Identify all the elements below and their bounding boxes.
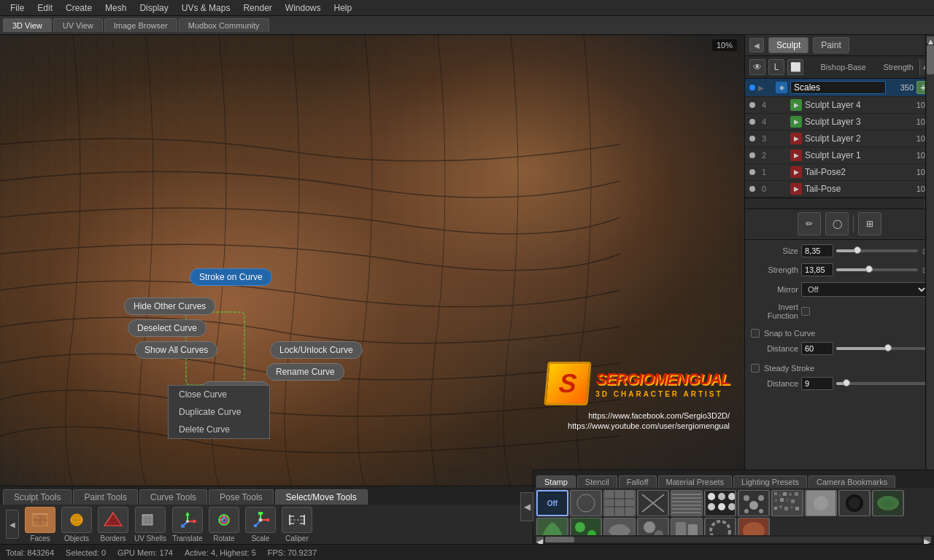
scrollbar-up-arrow[interactable]: ▲: [927, 36, 934, 44]
stamp-scroll-thumb[interactable]: [545, 537, 574, 542]
menu-edit[interactable]: Edit: [31, 1, 58, 15]
stamp-thumb-5[interactable]: [704, 490, 736, 516]
stamp-tab-stencil[interactable]: Stencil: [577, 475, 617, 488]
show-all-curves-btn[interactable]: Show All Curves: [135, 341, 217, 359]
strength-slider[interactable]: [836, 268, 918, 271]
stamp-thumb-9[interactable]: [838, 490, 871, 516]
deselect-curve-btn[interactable]: Deselect Curve: [128, 319, 207, 337]
sculpt-btn[interactable]: Sculpt: [768, 37, 808, 53]
menu-display[interactable]: Display: [134, 1, 174, 15]
layer-row-5[interactable]: 0 ▶ Tail-Pose 100: [745, 181, 934, 198]
stamp-tab-material-presets[interactable]: Material Presets: [658, 475, 732, 488]
stamp-scroll-arrow[interactable]: ◀: [520, 492, 533, 521]
stroke-on-curve-btn[interactable]: Stroke on Curve: [190, 268, 272, 286]
steady-checkbox[interactable]: [751, 364, 760, 373]
tab-select-move-tools[interactable]: Select/Move Tools: [275, 489, 368, 505]
svg-point-72: [759, 509, 763, 513]
layer-row-3[interactable]: 2 ▶ Sculpt Layer 1 100: [745, 147, 934, 164]
menu-help[interactable]: Help: [328, 1, 358, 15]
menu-file[interactable]: File: [4, 1, 30, 15]
snap-distance-label: Distance: [751, 344, 798, 353]
menu-render[interactable]: Render: [237, 1, 277, 15]
stamp-scroll-right[interactable]: ▶: [924, 537, 931, 542]
steady-distance-slider[interactable]: [836, 382, 928, 385]
duplicate-curve-item[interactable]: Duplicate Curve: [169, 403, 269, 421]
tool-borders-wrap[interactable]: Borders: [98, 507, 128, 542]
size-slider[interactable]: [836, 249, 918, 252]
layer-visibility-btn[interactable]: 👁: [749, 59, 765, 75]
stamp-thumb-2[interactable]: [603, 490, 636, 516]
mirror-dropdown[interactable]: Off X Y Z: [801, 282, 928, 297]
layer-row-0[interactable]: 4 ▶ Sculpt Layer 4 100: [745, 97, 934, 114]
snap-checkbox[interactable]: [751, 329, 760, 338]
layer-row-2[interactable]: 3 ▶ Sculpt Layer 2 100: [745, 131, 934, 147]
hide-other-curves-btn[interactable]: Hide Other Curves: [124, 298, 215, 315]
stamp-scroll-track[interactable]: [545, 537, 922, 542]
menu-mesh[interactable]: Mesh: [99, 1, 132, 15]
stamp-thumb-7[interactable]: [771, 490, 803, 516]
size-input[interactable]: [801, 244, 833, 257]
tool-panel-expand-arrow[interactable]: ◀: [6, 510, 19, 539]
stamp-scroll-left[interactable]: ◀: [536, 537, 544, 542]
active-layer-row[interactable]: ▶ ◈ Scales 350 +: [745, 79, 934, 97]
logo-main-text: SERGIOMENGUAL: [595, 370, 730, 389]
layer-lock-btn[interactable]: L: [768, 59, 784, 75]
tab-curve-tools[interactable]: Curve Tools: [139, 489, 207, 505]
menu-uvs-maps[interactable]: UVs & Maps: [176, 1, 236, 15]
stamp-thumb-8[interactable]: [805, 490, 837, 516]
strength-input[interactable]: [801, 263, 833, 276]
tool-rotate-wrap[interactable]: Rotate: [209, 507, 239, 542]
viewport[interactable]: Stroke on Curve Hide Other Curves Desele…: [0, 35, 744, 486]
stamp-thumb-6[interactable]: [738, 490, 770, 516]
tool-uvshells-wrap[interactable]: UV Shells: [134, 507, 166, 542]
stamp-tab-stamp[interactable]: Stamp: [536, 475, 576, 488]
tab-mudbox-community[interactable]: Mudbox Community: [179, 18, 269, 32]
stamp-tab-camera-bookmarks[interactable]: Camera Bookmarks: [808, 475, 895, 488]
delete-curve-item[interactable]: Delete Curve: [169, 421, 269, 438]
menu-windows[interactable]: Windows: [279, 1, 327, 15]
tab-image-browser[interactable]: Image Browser: [104, 18, 177, 32]
active-layer-name-field[interactable]: Scales: [790, 81, 886, 94]
tool-objects-wrap[interactable]: Objects: [61, 507, 92, 542]
tool-caliper-wrap[interactable]: Caliper: [282, 507, 312, 542]
panel-arrow-btn[interactable]: ◀: [749, 38, 764, 52]
scrollbar-track[interactable]: [927, 45, 934, 475]
snap-distance-input[interactable]: [801, 342, 833, 355]
layer-type-btn[interactable]: ⬜: [787, 59, 803, 75]
tab-paint-tools[interactable]: Paint Tools: [73, 489, 137, 505]
snap-distance-slider[interactable]: [836, 347, 928, 350]
stamp-thumb-1[interactable]: [570, 490, 602, 516]
rename-curve-btn[interactable]: Rename Curve: [266, 363, 344, 381]
stamp-off-btn[interactable]: Off: [536, 490, 568, 516]
tool-scale-label: Scale: [251, 534, 269, 542]
stamp-thumb-4[interactable]: [671, 490, 703, 516]
tool-translate-wrap[interactable]: Translate: [172, 507, 203, 542]
close-curve-item[interactable]: Close Curve: [169, 386, 269, 403]
stamp-tab-lighting-presets[interactable]: Lighting Presets: [733, 475, 807, 488]
paint-btn[interactable]: Paint: [813, 37, 849, 53]
tab-sculpt-tools[interactable]: Sculpt Tools: [3, 489, 72, 505]
stamp-thumb-3[interactable]: [637, 490, 669, 516]
tab-pose-tools[interactable]: Pose Tools: [209, 489, 273, 505]
right-scrollbar[interactable]: ▲ ▼: [925, 35, 934, 486]
layer-row-4[interactable]: 1 ▶ Tail-Pose2 100: [745, 164, 934, 181]
brush-grid-btn[interactable]: ⊞: [858, 212, 881, 236]
tab-3d-view[interactable]: 3D View: [3, 18, 52, 32]
stamp-thumb-10[interactable]: [872, 490, 904, 516]
svg-point-70: [749, 501, 758, 510]
stamp-horizontal-scrollbar[interactable]: ◀ ▶: [533, 535, 934, 544]
tool-faces-wrap[interactable]: Faces: [25, 507, 55, 542]
svg-marker-20: [193, 519, 197, 524]
brush-pencil-btn[interactable]: ✏: [798, 212, 821, 236]
steady-stroke-row: Steady Stroke: [751, 364, 928, 373]
brush-stamp-btn[interactable]: ◯: [825, 212, 849, 236]
steady-distance-input[interactable]: [801, 377, 833, 390]
lock-unlock-curve-btn[interactable]: Lock/Unlock Curve: [270, 341, 363, 359]
stamp-tab-falloff[interactable]: Falloff: [619, 475, 657, 488]
menu-create[interactable]: Create: [60, 1, 98, 15]
tool-scale-wrap[interactable]: Scale: [245, 507, 276, 542]
tab-uv-view[interactable]: UV View: [53, 18, 103, 32]
scrollbar-thumb[interactable]: [927, 45, 934, 74]
invert-checkbox[interactable]: [801, 307, 810, 316]
layer-row-1[interactable]: 4 ▶ Sculpt Layer 3 100: [745, 114, 934, 131]
